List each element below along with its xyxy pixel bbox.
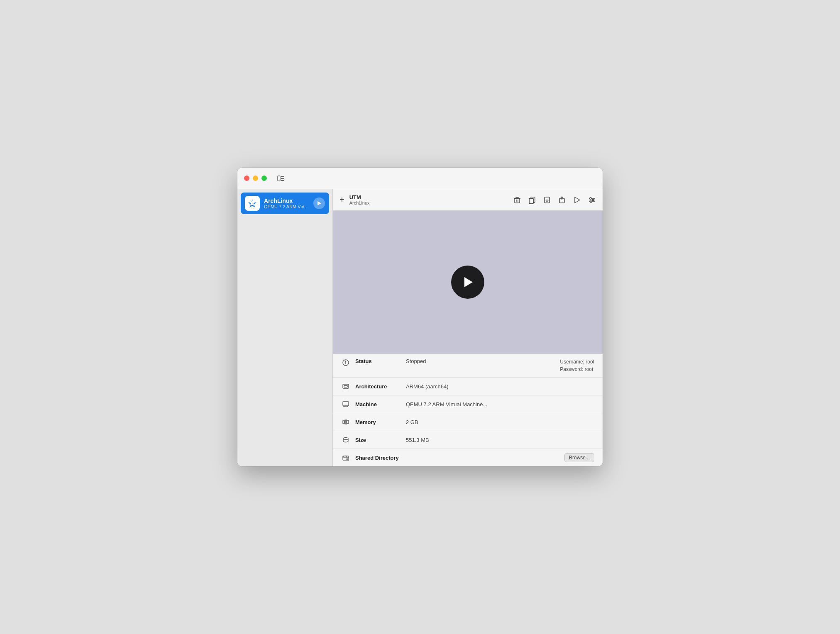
svg-rect-9 (529, 198, 533, 204)
add-vm-button[interactable]: + (339, 195, 344, 205)
maximize-button[interactable] (261, 176, 267, 181)
svg-marker-15 (575, 197, 580, 203)
status-note: Username: root Password: root (560, 358, 594, 373)
shared-directory-label: Shared Directory (355, 455, 401, 461)
svg-point-46 (346, 458, 348, 460)
svg-point-20 (592, 199, 594, 201)
svg-rect-30 (343, 402, 349, 406)
architecture-value: ARM64 (aarch64) (406, 383, 594, 390)
architecture-icon (341, 382, 350, 391)
vm-list-item[interactable]: ArchLinux QEMU 7.2 ARM Virtual M... (241, 193, 329, 214)
share-button[interactable] (558, 196, 566, 204)
shared-directory-icon (341, 453, 350, 462)
detail-header: + UTM ArchLinux (333, 189, 603, 211)
status-main: Status Stopped (355, 358, 555, 364)
architecture-label: Architecture (355, 383, 401, 390)
machine-row: Machine QEMU 7.2 ARM Virtual Machine... (333, 395, 603, 413)
memory-value: 2 GB (406, 419, 594, 425)
size-icon (341, 435, 350, 444)
architecture-row: Architecture ARM64 (aarch64) (333, 378, 603, 395)
main-content: ArchLinux QEMU 7.2 ARM Virtual M... + UT… (237, 189, 603, 466)
vm-info: ArchLinux QEMU 7.2 ARM Virtual M... (264, 198, 309, 209)
header-actions (513, 196, 596, 204)
size-row: Size 551.3 MB (333, 431, 603, 449)
settings-button[interactable] (588, 196, 596, 204)
header-title-group: UTM ArchLinux (349, 194, 510, 205)
import-button[interactable] (543, 196, 551, 204)
minimize-button[interactable] (253, 176, 258, 181)
vm-subtitle: ArchLinux (349, 200, 510, 205)
app-title: UTM (349, 194, 510, 200)
detail-panel: + UTM ArchLinux (333, 189, 603, 466)
memory-row: Memory 2 GB (333, 413, 603, 431)
vm-description: QEMU 7.2 ARM Virtual M... (264, 204, 309, 209)
browse-button[interactable]: Browse... (564, 453, 594, 462)
svg-rect-2 (281, 178, 284, 179)
status-icon (341, 358, 350, 367)
sidebar: ArchLinux QEMU 7.2 ARM Virtual M... (237, 189, 333, 466)
svg-point-19 (590, 198, 591, 199)
status-row: Status Stopped Username: root Password: … (333, 354, 603, 378)
machine-label: Machine (355, 401, 401, 407)
title-bar (237, 168, 603, 189)
delete-button[interactable] (513, 196, 521, 204)
status-note-line2: Password: root (560, 366, 594, 373)
svg-rect-0 (278, 176, 280, 181)
info-section: Status Stopped Username: root Password: … (333, 354, 603, 466)
close-button[interactable] (244, 176, 249, 181)
preview-area (333, 211, 603, 354)
vm-icon (245, 196, 260, 211)
svg-rect-26 (343, 384, 349, 388)
svg-marker-4 (317, 201, 321, 205)
status-label: Status (355, 358, 401, 364)
svg-rect-1 (281, 176, 284, 177)
sidebar-toggle-icon[interactable] (277, 174, 285, 183)
app-window: ArchLinux QEMU 7.2 ARM Virtual M... + UT… (237, 168, 603, 466)
svg-rect-3 (281, 180, 284, 181)
size-value: 551.3 MB (406, 437, 594, 443)
vm-play-button[interactable] (313, 198, 325, 209)
svg-marker-22 (464, 277, 473, 287)
shared-directory-row: Shared Directory Browse... (333, 449, 603, 466)
svg-point-21 (590, 201, 592, 202)
machine-value: QEMU 7.2 ARM Virtual Machine... (406, 401, 594, 407)
traffic-lights (244, 176, 267, 181)
size-label: Size (355, 437, 401, 443)
memory-icon (341, 417, 350, 427)
svg-point-25 (345, 361, 346, 362)
big-play-button[interactable] (451, 266, 484, 299)
svg-rect-27 (344, 385, 347, 387)
copy-button[interactable] (528, 196, 536, 204)
svg-rect-42 (346, 421, 347, 423)
vm-name: ArchLinux (264, 198, 309, 204)
status-note-line1: Username: root (560, 358, 594, 366)
svg-point-43 (343, 438, 348, 440)
memory-label: Memory (355, 419, 401, 425)
status-value: Stopped (406, 358, 555, 364)
run-button[interactable] (573, 196, 581, 204)
svg-rect-5 (515, 198, 520, 203)
machine-icon (341, 400, 350, 409)
svg-rect-41 (344, 421, 345, 423)
